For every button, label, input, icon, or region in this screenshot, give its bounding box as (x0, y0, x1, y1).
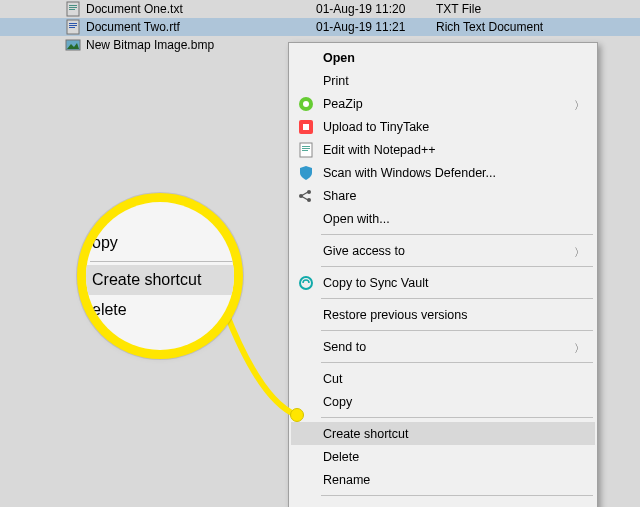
separator (321, 330, 593, 331)
file-name: New Bitmap Image.bmp (86, 38, 316, 52)
svg-rect-17 (302, 150, 308, 151)
svg-rect-5 (69, 23, 77, 24)
share-icon (295, 185, 317, 207)
context-menu: Open Print PeaZip 〉 Upload to TinyTake E… (288, 42, 598, 507)
chevron-right-icon: 〉 (574, 245, 585, 260)
menu-rename[interactable]: Rename (291, 468, 595, 491)
menu-openwith[interactable]: Open with... (291, 207, 595, 230)
file-name: Document One.txt (86, 2, 316, 16)
svg-point-20 (307, 198, 311, 202)
separator (321, 417, 593, 418)
menu-tinytake[interactable]: Upload to TinyTake (291, 115, 595, 138)
svg-rect-6 (69, 25, 77, 26)
svg-rect-7 (69, 27, 75, 28)
notepadpp-icon (295, 139, 317, 161)
menu-print[interactable]: Print (291, 69, 595, 92)
menu-restore[interactable]: Restore previous versions (291, 303, 595, 326)
file-date: 01-Aug-19 11:21 (316, 20, 436, 34)
tinytake-icon (295, 116, 317, 138)
svg-rect-13 (303, 124, 309, 130)
separator (321, 234, 593, 235)
svg-rect-16 (302, 148, 310, 149)
file-row[interactable]: Document Two.rtf 01-Aug-19 11:21 Rich Te… (0, 18, 640, 36)
menu-cut[interactable]: Cut (291, 367, 595, 390)
bmp-file-icon (65, 37, 81, 53)
menu-defender[interactable]: Scan with Windows Defender... (291, 161, 595, 184)
defender-icon (295, 162, 317, 184)
menu-notepadpp[interactable]: Edit with Notepad++ (291, 138, 595, 161)
chevron-right-icon: 〉 (574, 98, 585, 113)
callout-delete: elete (86, 295, 234, 325)
svg-rect-1 (69, 5, 77, 6)
callout-zoom: opy Create shortcut elete (86, 202, 234, 350)
svg-rect-15 (302, 146, 310, 147)
menu-giveaccess[interactable]: Give access to〉 (291, 239, 595, 262)
separator (321, 266, 593, 267)
menu-properties[interactable]: Properties (291, 500, 595, 507)
svg-point-11 (303, 101, 309, 107)
separator (321, 298, 593, 299)
callout-copy: opy (86, 228, 234, 258)
file-name: Document Two.rtf (86, 20, 316, 34)
callout-dot (290, 408, 304, 422)
menu-sendto[interactable]: Send to〉 (291, 335, 595, 358)
menu-open[interactable]: Open (291, 46, 595, 69)
callout-create-shortcut: Create shortcut (86, 265, 234, 295)
menu-copy[interactable]: Copy (291, 390, 595, 413)
menu-share[interactable]: Share (291, 184, 595, 207)
menu-create-shortcut[interactable]: Create shortcut (291, 422, 595, 445)
file-type: Rich Text Document (436, 20, 543, 34)
txt-file-icon (65, 1, 81, 17)
menu-syncvault[interactable]: Copy to Sync Vault (291, 271, 595, 294)
syncvault-icon (295, 272, 317, 294)
svg-point-18 (299, 194, 303, 198)
file-row[interactable]: Document One.txt 01-Aug-19 11:20 TXT Fil… (0, 0, 640, 18)
rtf-file-icon (65, 19, 81, 35)
separator (321, 362, 593, 363)
separator (90, 261, 234, 262)
file-type: TXT File (436, 2, 481, 16)
menu-peazip[interactable]: PeaZip 〉 (291, 92, 595, 115)
svg-rect-3 (69, 9, 75, 10)
menu-delete[interactable]: Delete (291, 445, 595, 468)
svg-rect-2 (69, 7, 77, 8)
file-date: 01-Aug-19 11:20 (316, 2, 436, 16)
svg-point-21 (300, 277, 312, 289)
separator (321, 495, 593, 496)
chevron-right-icon: 〉 (574, 341, 585, 356)
svg-point-19 (307, 190, 311, 194)
peazip-icon (295, 93, 317, 115)
